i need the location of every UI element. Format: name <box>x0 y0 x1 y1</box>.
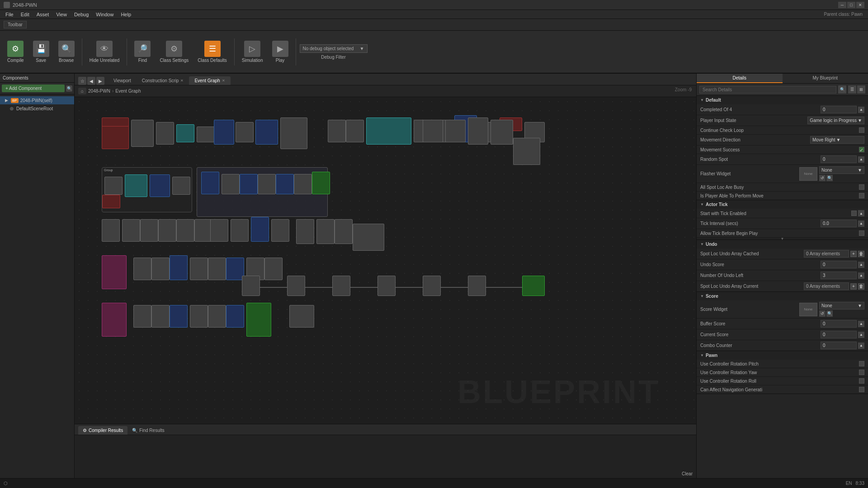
flasher-widget-dropdown[interactable]: None ▼ <box>819 166 864 174</box>
tree-item-self[interactable]: ▶ BP 2048-PWN(self) <box>0 96 74 104</box>
node-r5-green[interactable] <box>246 303 271 337</box>
section-undo-header[interactable]: ▼ Undo <box>697 240 868 249</box>
node-r5-4[interactable] <box>208 305 226 328</box>
input-tick-interval[interactable] <box>821 220 857 227</box>
node-r1-1[interactable] <box>328 120 346 142</box>
checkbox-start-tick-enabled[interactable] <box>851 211 857 216</box>
node-far-4[interactable] <box>491 120 513 145</box>
section-score-header[interactable]: ▼ Score <box>697 292 868 300</box>
checkbox-movement-success[interactable]: ✓ <box>859 147 864 152</box>
array-cached-add[interactable]: + <box>850 251 857 257</box>
node-r5-3[interactable] <box>190 305 208 328</box>
tab-details[interactable]: Details <box>697 74 783 83</box>
minimize-button[interactable]: ─ <box>838 2 846 8</box>
node-r3m-1[interactable] <box>210 219 228 242</box>
checkbox-all-spot-loc-busy[interactable] <box>859 184 864 190</box>
input-current-score[interactable] <box>821 331 857 338</box>
node-r3-6[interactable] <box>194 219 212 242</box>
node-teal-1[interactable] <box>176 124 194 142</box>
input-combo-counter[interactable] <box>821 342 857 349</box>
node-r3r-1[interactable] <box>296 219 314 244</box>
node-blue-1[interactable] <box>214 120 234 145</box>
section-actor-tick-header[interactable]: ▼ Actor Tick <box>697 200 868 209</box>
menu-asset[interactable]: Asset <box>33 11 53 18</box>
node-r3m-blue[interactable] <box>251 217 269 242</box>
checkbox-can-affect-navigation[interactable] <box>859 387 864 392</box>
section-pawn-header[interactable]: ▼ Pawn <box>697 351 868 360</box>
node-red-1[interactable] <box>102 124 129 149</box>
node-r3f-1[interactable] <box>353 224 384 251</box>
browse-button[interactable]: 🔍 Browse <box>55 39 78 65</box>
tab-viewport[interactable]: Viewport <box>108 76 137 85</box>
checkbox-player-able-move[interactable] <box>859 193 864 198</box>
score-browse-button[interactable]: 🔍 <box>826 310 833 317</box>
spin-up-buffer-score[interactable]: ▲ <box>858 321 864 327</box>
node-r4-5[interactable] <box>226 258 244 280</box>
spin-up-undo-score[interactable]: ▲ <box>858 262 864 268</box>
node-r3r-2[interactable] <box>316 219 335 244</box>
tab-compiler-results[interactable]: ⚙ Compiler Results <box>78 426 127 435</box>
component-search-button[interactable]: 🔍 <box>66 85 72 92</box>
details-search-button[interactable]: 🔍 <box>838 85 846 94</box>
close-button[interactable]: ✕ <box>856 2 864 8</box>
array-cached-clear[interactable]: 🗑 <box>858 251 864 257</box>
node-r3m-3[interactable] <box>271 219 289 242</box>
node-gray-1[interactable] <box>131 120 154 147</box>
menu-view[interactable]: View <box>52 11 71 18</box>
array-current-add[interactable]: + <box>850 283 857 290</box>
checkbox-allow-tick-begin-play[interactable] <box>859 230 864 236</box>
menu-file[interactable]: File <box>2 11 17 18</box>
node-ll-5[interactable] <box>423 276 441 296</box>
maximize-button[interactable]: □ <box>847 2 855 8</box>
hide-unrelated-button[interactable]: 👁 Hide Unrelated <box>86 39 123 65</box>
node-ll-2[interactable] <box>287 276 305 296</box>
checkbox-use-rotation-roll[interactable] <box>859 378 864 384</box>
node-g1-1[interactable] <box>104 177 123 195</box>
node-pink-1[interactable] <box>102 255 127 289</box>
node-r3-1[interactable] <box>102 219 120 242</box>
node-row2-3[interactable] <box>240 174 258 194</box>
score-reset-button[interactable]: ↺ <box>819 310 826 317</box>
menu-debug[interactable]: Debug <box>71 11 92 18</box>
dropdown-movement-direction[interactable]: Move Right ▼ <box>810 136 864 144</box>
node-group-1[interactable]: Group <box>102 167 192 212</box>
node-ll-3[interactable] <box>332 276 350 296</box>
simulation-button[interactable]: ▷ Simulation <box>238 39 267 65</box>
bookmark-button[interactable]: ☆ <box>78 77 86 85</box>
node-pink-2[interactable] <box>102 303 127 337</box>
node-row2-5[interactable] <box>276 174 294 194</box>
node-r3r-3[interactable] <box>335 219 353 244</box>
clear-button[interactable]: Clear <box>682 471 693 476</box>
node-r4-1[interactable] <box>133 258 151 280</box>
nav-back-button[interactable]: ◀ <box>87 77 95 85</box>
flasher-reset-button[interactable]: ↺ <box>819 175 826 181</box>
node-r3-2[interactable] <box>122 219 140 242</box>
node-r5r-1[interactable] <box>289 305 314 328</box>
node-r3-3[interactable] <box>140 219 158 242</box>
nav-forward-button[interactable]: ▶ <box>96 77 104 85</box>
compile-button[interactable]: ⚙ Compile <box>4 39 28 65</box>
node-gray-4[interactable] <box>236 122 254 142</box>
node-far-1[interactable] <box>423 120 443 142</box>
node-row2-4[interactable] <box>258 174 276 194</box>
node-r3-4[interactable] <box>158 219 176 242</box>
node-row2-2[interactable] <box>222 174 240 194</box>
find-button[interactable]: 🔎 Find <box>131 39 154 65</box>
debug-object-dropdown[interactable]: No debug object selected ▼ <box>300 44 368 53</box>
class-defaults-button[interactable]: ☰ Class Defaults <box>194 39 230 65</box>
spin-up-completed[interactable]: ▲ <box>858 107 864 113</box>
input-random-spot[interactable] <box>821 155 857 163</box>
blueprint-canvas[interactable]: ⌂ 2048-PWN › Event Graph Zoom -9 <box>75 85 696 424</box>
node-g1-blue[interactable] <box>150 174 170 197</box>
save-button[interactable]: 💾 Save <box>29 39 53 65</box>
node-green-end[interactable] <box>522 276 545 296</box>
node-gray-2[interactable] <box>156 122 174 145</box>
spin-up-random-spot[interactable]: ▲ <box>858 156 864 163</box>
tab-my-blueprint[interactable]: My Blueprint <box>783 74 868 83</box>
score-widget-dropdown[interactable]: None ▼ <box>819 302 864 310</box>
node-r3-5[interactable] <box>176 219 194 242</box>
graph-area[interactable]: Group <box>75 97 696 424</box>
array-current-clear[interactable]: 🗑 <box>858 283 864 290</box>
node-gray-3[interactable] <box>197 127 215 142</box>
node-r5-1[interactable] <box>133 305 151 328</box>
